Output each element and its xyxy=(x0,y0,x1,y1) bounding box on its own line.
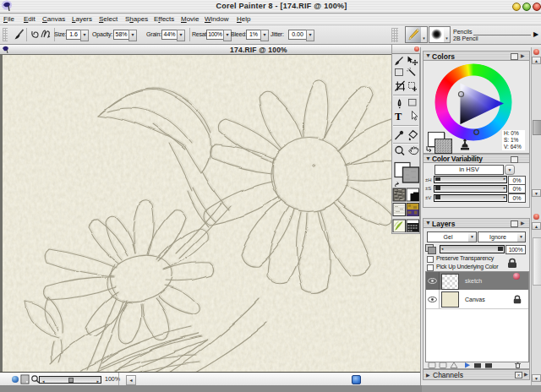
svg-text:T: T xyxy=(395,111,402,122)
